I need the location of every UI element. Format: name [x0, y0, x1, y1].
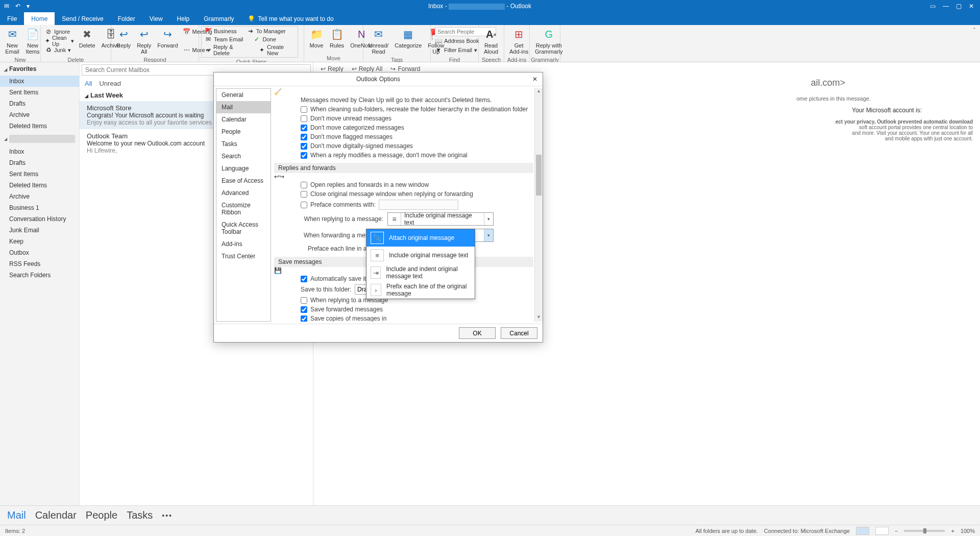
reading-forward[interactable]: ↪Forward	[390, 65, 420, 72]
nav-business[interactable]: Business 1	[0, 202, 79, 213]
zoom-slider-thumb[interactable]	[923, 528, 926, 533]
reply-all-button[interactable]: ↩Reply All	[134, 26, 154, 56]
zoom-out-icon[interactable]: −	[895, 528, 898, 534]
chk-preface-comments[interactable]	[301, 202, 307, 208]
chk-reply-same-folder[interactable]	[301, 297, 307, 304]
scrollbar-thumb[interactable]	[536, 155, 542, 196]
nav-conversation-history[interactable]: Conversation History	[0, 213, 79, 225]
qs-business[interactable]: 🚩Business	[205, 28, 237, 35]
move-button[interactable]: 📁Move	[306, 26, 327, 50]
chk-dont-move-categorized[interactable]	[301, 125, 307, 131]
chk-recreate-hierarchy[interactable]	[301, 106, 307, 113]
dd-include-indent[interactable]: ⇥Include and indent original message tex…	[366, 264, 475, 281]
nav-keep[interactable]: Keep	[0, 236, 79, 247]
categorize-button[interactable]: ▦Categorize	[391, 26, 425, 50]
nav-junk[interactable]: Junk Email	[0, 225, 79, 236]
undo-icon[interactable]: ↶	[15, 3, 22, 10]
cat-calendar[interactable]: Calendar	[216, 113, 271, 126]
maximize-icon[interactable]: ▢	[956, 3, 962, 10]
chk-dont-move-unread[interactable]	[301, 115, 307, 122]
qs-team-email[interactable]: ✉Team Email	[205, 36, 243, 43]
cat-ease-of-access[interactable]: Ease of Access	[216, 175, 271, 187]
chk-close-original[interactable]	[301, 191, 307, 198]
dialog-close-button[interactable]: ✕	[530, 75, 540, 84]
chk-save-copies[interactable]	[301, 315, 307, 322]
chk-save-forwarded[interactable]	[301, 306, 307, 313]
tab-home[interactable]: Home	[24, 12, 55, 25]
dd-prefix-each-line[interactable]: ›Prefix each line of the original messag…	[366, 281, 475, 299]
filter-unread[interactable]: Unread	[99, 80, 121, 87]
fav-drafts[interactable]: Drafts	[0, 98, 79, 109]
cat-tasks[interactable]: Tasks	[216, 138, 271, 150]
cat-customize-ribbon[interactable]: Customize Ribbon	[216, 199, 271, 218]
cat-search[interactable]: Search	[216, 150, 271, 162]
options-scrollbar[interactable]: ▲ ▼	[534, 88, 543, 322]
nav-archive[interactable]: Archive	[0, 191, 79, 202]
cat-general[interactable]: General	[216, 89, 271, 101]
tab-view[interactable]: View	[142, 12, 170, 25]
dd-attach-original[interactable]: 📎Attach original message	[366, 229, 475, 247]
chk-auto-save[interactable]	[301, 276, 307, 282]
cat-addins[interactable]: Add-ins	[216, 238, 271, 250]
view-normal-button[interactable]	[856, 527, 869, 535]
nav-more-icon[interactable]: •••	[162, 511, 173, 520]
qs-done[interactable]: ✓Done	[253, 36, 276, 43]
fav-deleted[interactable]: Deleted Items	[0, 120, 79, 132]
qs-create-new[interactable]: ✦Create New	[258, 44, 295, 56]
reply-grammarly-button[interactable]: GReply with Grammarly	[532, 26, 566, 56]
qs-to-manager[interactable]: ➜To Manager	[247, 28, 286, 35]
new-email-button[interactable]: ✉New Email	[2, 26, 22, 56]
chk-reply-modifies[interactable]	[301, 152, 307, 159]
tab-send-receive[interactable]: Send / Receive	[55, 12, 110, 25]
new-items-button[interactable]: 📄New Items	[22, 26, 43, 56]
nav-sent[interactable]: Sent Items	[0, 168, 79, 180]
chk-open-new-window[interactable]	[301, 182, 307, 188]
cat-mail[interactable]: Mail	[216, 101, 271, 113]
ok-button[interactable]: OK	[459, 327, 496, 339]
nav-search-folders[interactable]: Search Folders	[0, 270, 79, 281]
rules-button[interactable]: 📋Rules	[327, 26, 347, 50]
date-header[interactable]: Last Week	[90, 91, 123, 99]
close-icon[interactable]: ✕	[969, 3, 974, 10]
fav-archive[interactable]: Archive	[0, 109, 79, 120]
junk-button[interactable]: ♻Junk▾	[45, 45, 74, 55]
tellme-text[interactable]: Tell me what you want to do	[258, 15, 334, 22]
scroll-down-icon[interactable]: ▼	[535, 314, 543, 322]
scroll-up-icon[interactable]: ▲	[535, 88, 543, 95]
zoom-in-icon[interactable]: +	[951, 528, 954, 534]
nav-rss[interactable]: RSS Feeds	[0, 258, 79, 270]
reading-reply[interactable]: ↩Reply	[321, 65, 344, 72]
account-header[interactable]	[9, 135, 75, 143]
chk-dont-move-flagged[interactable]	[301, 134, 307, 140]
filter-all[interactable]: All	[85, 80, 92, 87]
unread-read-button[interactable]: ✉Unread/ Read	[365, 26, 391, 56]
dd-include-text[interactable]: ≡Include original message text	[366, 247, 475, 264]
reply-button[interactable]: ↩Reply	[113, 26, 134, 50]
reading-reply-all[interactable]: ↩Reply All	[352, 65, 383, 72]
read-aloud-button[interactable]: A»Read Aloud	[481, 26, 501, 56]
nav-drafts[interactable]: Drafts	[0, 157, 79, 168]
delete-button[interactable]: ✖Delete	[76, 26, 99, 50]
nav-deleted[interactable]: Deleted Items	[0, 180, 79, 191]
cancel-button[interactable]: Cancel	[501, 327, 537, 339]
cat-advanced[interactable]: Advanced	[216, 187, 271, 199]
combo-when-replying[interactable]: ≡ Include original message text ▾	[387, 212, 494, 226]
cat-language[interactable]: Language	[216, 162, 271, 175]
nav-tasks[interactable]: Tasks	[127, 509, 153, 521]
favorites-header[interactable]: Favorites	[0, 62, 79, 76]
chk-dont-move-signed[interactable]	[301, 143, 307, 150]
forward-button[interactable]: ↪Forward	[154, 26, 181, 50]
view-reading-button[interactable]	[875, 527, 889, 535]
qs-reply-delete[interactable]: ↩Reply & Delete	[205, 44, 248, 56]
tab-file[interactable]: File	[0, 12, 24, 25]
nav-people[interactable]: People	[86, 509, 117, 521]
nav-inbox[interactable]: Inbox	[0, 146, 79, 157]
cleanup-button[interactable]: ✦Clean Up▾	[45, 36, 74, 45]
tab-help[interactable]: Help	[170, 12, 197, 25]
tab-grammarly[interactable]: Grammarly	[197, 12, 241, 25]
nav-calendar[interactable]: Calendar	[35, 509, 77, 521]
cat-people[interactable]: People	[216, 126, 271, 138]
fav-inbox[interactable]: Inbox	[0, 76, 79, 87]
tab-folder[interactable]: Folder	[111, 12, 142, 25]
ribbon-display-icon[interactable]: ▭	[930, 3, 936, 10]
